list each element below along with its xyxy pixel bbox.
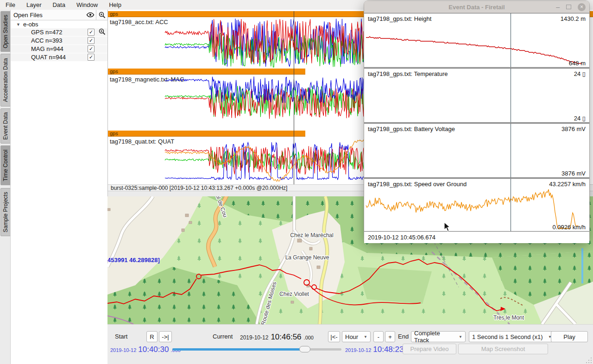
zoom-plus-icon[interactable] bbox=[96, 10, 107, 20]
event-cursor-line bbox=[511, 13, 511, 67]
map-label: Chez Viollet bbox=[279, 291, 309, 297]
minimize-icon[interactable]: – bbox=[556, 1, 560, 13]
timeline-slider[interactable] bbox=[172, 346, 341, 352]
event-panel-min-value: 648 m bbox=[569, 60, 586, 67]
side-tab-sample-projects[interactable]: Sample Projects bbox=[0, 188, 11, 236]
event-panel-label: tag7198_gps.txt: Temperature bbox=[368, 70, 448, 77]
gps-range-bar: gps bbox=[108, 69, 305, 75]
chevron-down-icon: ▼ bbox=[459, 335, 462, 339]
range-start-datetime: 2019-10-12 10:40:30 .000 bbox=[110, 345, 181, 354]
collapse-triangle-icon[interactable]: ▼ bbox=[16, 22, 20, 27]
step-unit-value: Hour bbox=[345, 333, 358, 340]
event-panel-max-value: 43.2257 km/h bbox=[549, 181, 586, 188]
close-icon[interactable]: × bbox=[578, 3, 586, 11]
event-cursor-line bbox=[511, 124, 511, 177]
menu-item-window[interactable]: Window bbox=[71, 0, 103, 10]
visibility-checkbox[interactable]: ✓ bbox=[88, 37, 95, 44]
menu-item-help[interactable]: Help bbox=[103, 0, 127, 10]
map-coordinate-label: 453991 46.289828] bbox=[107, 257, 160, 264]
file-row-label: ACC n=393 bbox=[31, 37, 63, 44]
visibility-eye-icon[interactable] bbox=[85, 10, 96, 20]
event-panel-label: tag7198_gps.txt: Battery Voltage bbox=[368, 126, 455, 132]
file-group-label: e-obs bbox=[23, 21, 38, 28]
waveform-canvas bbox=[108, 75, 365, 126]
visibility-checkbox[interactable]: ✓ bbox=[88, 45, 95, 52]
file-row-quat[interactable]: QUAT n=944✓ bbox=[11, 53, 107, 61]
restore-icon[interactable] bbox=[566, 5, 571, 9]
current-date: 2019-10-12 bbox=[240, 334, 268, 341]
map-screenshot-button[interactable]: Map Screenshot bbox=[458, 344, 548, 354]
event-data-window[interactable]: Event Data - Firetail – × tag7198_gps.tx… bbox=[364, 1, 589, 241]
event-panel-max-value: 1430.2 m bbox=[561, 15, 586, 22]
event-panel-min-value: 0.0926 km/h bbox=[552, 224, 586, 231]
track-mode-dropdown[interactable]: Complete Track▼ bbox=[411, 331, 466, 342]
row-zoom-icon[interactable] bbox=[99, 28, 106, 37]
step-plus-button[interactable]: + bbox=[385, 331, 395, 342]
side-tab-time-control[interactable]: Time Control bbox=[0, 145, 11, 185]
playback-speed-dropdown[interactable]: 1 Second is 1 Second (x1)▼ bbox=[469, 331, 555, 342]
time-control-bar: Start R ->| Current 2019-10-12 10:46:56 … bbox=[107, 324, 593, 364]
waveform-canvas bbox=[108, 137, 365, 184]
file-group-row[interactable]: ▼ e-obs bbox=[11, 20, 107, 28]
event-panel-height[interactable]: tag7198_gps.txt: Height1430.2 m648 m bbox=[364, 13, 589, 69]
step-unit-dropdown[interactable]: Hour▼ bbox=[342, 331, 371, 342]
visibility-checkbox[interactable]: ✓ bbox=[88, 29, 95, 36]
current-label: Current bbox=[213, 331, 233, 342]
event-panel-max-value: 24 ▯ bbox=[574, 70, 586, 77]
menu-item-data[interactable]: Data bbox=[47, 0, 70, 10]
file-tree: ▼ e-obs GPS n=472✓ACC n=393✓MAG n=944✓QU… bbox=[11, 20, 107, 61]
event-panel-min-value: 3876 mV bbox=[561, 170, 586, 177]
current-time: 10:46:56 bbox=[271, 333, 301, 342]
event-window-titlebar[interactable]: Event Data - Firetail – × bbox=[364, 1, 589, 13]
burst-label: burst-0325:sample-000 [2019-10-12 10:43:… bbox=[111, 185, 287, 191]
mouse-cursor bbox=[444, 222, 451, 234]
skip-to-cursor-button[interactable]: ->| bbox=[159, 331, 172, 342]
start-label: Start bbox=[115, 331, 127, 342]
event-panels: tag7198_gps.txt: Height1430.2 m648 mtag7… bbox=[364, 13, 589, 232]
event-window-title: Event Data - Firetail bbox=[448, 4, 505, 11]
map-label: La Grange Neuve bbox=[285, 254, 329, 261]
event-panel-label: tag7198_gps.txt: Speed over Ground bbox=[368, 181, 467, 188]
open-files-header: Open Files bbox=[11, 10, 107, 20]
visibility-checkbox[interactable]: ✓ bbox=[88, 54, 95, 61]
event-panel-min-value: 24 ▯ bbox=[574, 115, 586, 122]
side-tab-acceleration-data[interactable]: Acceleration Data bbox=[0, 54, 11, 107]
playback-speed-value: 1 Second is 1 Second (x1) bbox=[472, 333, 543, 340]
file-row-mag[interactable]: MAG n=944✓ bbox=[11, 45, 107, 53]
file-row-label: QUAT n=944 bbox=[31, 54, 66, 61]
event-cursor-timestamp: 2019-10-12 10:45:06.674 bbox=[364, 232, 589, 243]
end-label: End bbox=[398, 331, 409, 342]
open-files-title: Open Files bbox=[11, 12, 85, 19]
event-panel-temperature[interactable]: tag7198_gps.txt: Temperature24 ▯24 ▯ bbox=[364, 69, 589, 124]
slider-handle[interactable] bbox=[299, 346, 310, 352]
map-label: Très le Mont bbox=[493, 314, 524, 321]
file-row-gps[interactable]: GPS n=472✓ bbox=[11, 28, 107, 36]
menu-item-layer[interactable]: Layer bbox=[21, 0, 47, 10]
track-mode-value: Complete Track bbox=[414, 330, 456, 344]
prepare-video-button[interactable]: Prepare Video bbox=[403, 344, 456, 354]
open-files-panel: Open Files ▼ e-obs GPS n=472✓ACC n=393✓M… bbox=[10, 10, 108, 364]
reset-button[interactable]: R bbox=[146, 331, 158, 342]
play-button[interactable]: Play bbox=[551, 331, 588, 342]
event-panel-max-value: 3876 mV bbox=[561, 126, 586, 132]
gps-range-bar: gps bbox=[108, 131, 305, 137]
slider-fill bbox=[172, 348, 303, 351]
side-tab-event-data[interactable]: Event Data bbox=[0, 108, 11, 144]
event-cursor-line bbox=[511, 179, 511, 231]
step-minus-button[interactable]: - bbox=[373, 331, 384, 342]
event-panel-speed-over-ground[interactable]: tag7198_gps.txt: Speed over Ground43.225… bbox=[364, 179, 589, 232]
side-tab-strip: Open StudiesAcceleration DataEvent DataT… bbox=[0, 10, 10, 364]
file-row-label: MAG n=944 bbox=[31, 45, 63, 52]
map-label: Chez le Maréchal bbox=[290, 232, 333, 238]
jump-to-start-button[interactable]: |<- bbox=[328, 331, 340, 342]
window-resize-grip[interactable] bbox=[586, 358, 592, 363]
event-cursor-line bbox=[511, 69, 511, 122]
side-tab-open-studies[interactable]: Open Studies bbox=[0, 11, 11, 52]
event-panel-battery-voltage[interactable]: tag7198_gps.txt: Battery Voltage3876 mV3… bbox=[364, 124, 589, 179]
current-ms: .000 bbox=[304, 335, 314, 340]
event-panel-label: tag7198_gps.txt: Height bbox=[368, 15, 431, 22]
chevron-down-icon: ▼ bbox=[364, 335, 367, 339]
file-row-acc[interactable]: ACC n=393✓ bbox=[11, 37, 107, 44]
file-row-label: GPS n=472 bbox=[31, 29, 63, 36]
menu-item-file[interactable]: File bbox=[0, 0, 21, 10]
